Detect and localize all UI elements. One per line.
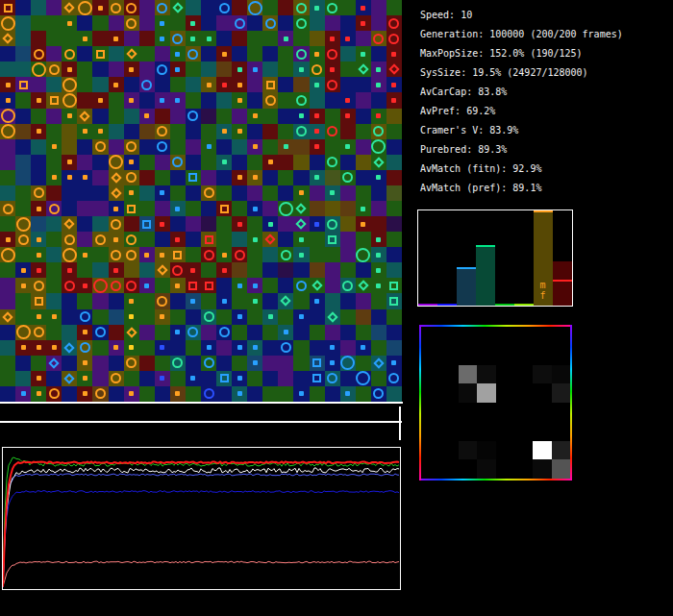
grid-cell <box>0 309 15 325</box>
creature-symbol <box>207 345 212 350</box>
grid-cell <box>92 356 108 371</box>
creature-symbol <box>160 376 164 381</box>
grid-cell <box>124 386 139 402</box>
grid-cell <box>386 109 402 124</box>
heatmap-cell <box>496 459 514 479</box>
heatmap-cell <box>514 422 533 441</box>
grid-cell <box>139 0 155 15</box>
grid-cell <box>201 185 216 201</box>
grid-cell <box>109 325 124 340</box>
creature-symbol <box>281 250 291 260</box>
creature-symbol <box>237 175 242 180</box>
creature-symbol <box>361 222 365 227</box>
grid-cell <box>216 278 232 293</box>
grid-cell <box>31 92 46 108</box>
creature-symbol <box>49 64 60 75</box>
creature-symbol <box>253 207 258 211</box>
timeline-handle[interactable] <box>399 407 401 440</box>
timeline-track[interactable] <box>0 421 402 423</box>
grid-cell <box>201 170 216 185</box>
grid-cell <box>62 356 77 371</box>
grid-cell <box>139 185 155 201</box>
grid-cell <box>201 216 216 232</box>
heatmap-cell <box>459 365 477 384</box>
grid-cell <box>0 278 15 293</box>
creature-symbol <box>187 327 198 337</box>
creature-symbol <box>253 67 258 72</box>
creature-symbol <box>175 391 180 396</box>
creature-symbol <box>49 357 60 368</box>
grid-cell <box>31 247 46 262</box>
creature-symbol <box>160 222 164 227</box>
grid-cell <box>170 371 186 386</box>
grid-cell <box>92 340 108 356</box>
grid-cell <box>46 124 62 139</box>
heatmap-cell <box>496 346 514 365</box>
grid-cell <box>0 77 15 92</box>
grid-cell <box>356 46 371 62</box>
creature-symbol <box>327 3 337 13</box>
grid-cell <box>31 325 46 340</box>
grid-cell <box>15 201 31 216</box>
creature-symbol <box>235 18 245 29</box>
grid-cell <box>356 31 371 46</box>
creature-symbol <box>356 248 370 262</box>
grid-cell <box>386 371 402 386</box>
creature-symbol <box>373 357 384 368</box>
creature-symbol <box>34 281 44 291</box>
creature-symbol <box>111 281 121 291</box>
grid-cell <box>186 77 201 92</box>
heatmap-cell <box>552 346 570 365</box>
grid-cell <box>325 232 340 247</box>
grid-cell <box>77 386 92 402</box>
grid-cell <box>232 77 247 92</box>
grid-cell <box>92 0 108 15</box>
creature-symbol <box>67 160 72 164</box>
grid-cell <box>293 232 309 247</box>
grid-cell <box>278 201 293 216</box>
creature-symbol <box>345 144 350 149</box>
creature-symbol <box>237 67 242 72</box>
grid-cell <box>77 325 92 340</box>
grid-cell <box>310 185 325 201</box>
grid-cell <box>356 232 371 247</box>
grid-cell <box>201 139 216 155</box>
creature-symbol <box>345 98 350 103</box>
grid-cell <box>109 31 124 46</box>
grid-cell <box>15 92 31 108</box>
grid-cell <box>216 77 232 92</box>
grid-cell <box>46 0 62 15</box>
grid-cell <box>216 386 232 402</box>
grid-cell <box>186 325 201 340</box>
creature-symbol <box>253 237 258 242</box>
grid-cell <box>201 278 216 293</box>
grid-cell <box>155 170 170 185</box>
grid-cell <box>170 309 186 325</box>
grid-cell <box>247 15 262 31</box>
grid-cell <box>155 278 170 293</box>
creature-symbol <box>21 345 26 350</box>
grid-cell <box>46 278 62 293</box>
grid-cell <box>170 386 186 402</box>
creature-symbol <box>190 21 195 26</box>
grid-cell <box>325 31 340 46</box>
grid-cell <box>92 386 108 402</box>
grid-cell <box>371 262 386 278</box>
heatmap-cell <box>533 365 551 384</box>
grid-cell <box>92 278 108 293</box>
creature-symbol <box>6 98 11 103</box>
grid-cell <box>77 201 92 216</box>
world-grid[interactable] <box>0 0 402 402</box>
creature-symbol <box>175 52 180 57</box>
creature-symbol <box>312 358 321 367</box>
grid-cell <box>15 0 31 15</box>
grid-cell <box>201 386 216 402</box>
grid-cell <box>124 15 139 31</box>
grid-cell <box>216 356 232 371</box>
grid-cell <box>124 185 139 201</box>
grid-cell <box>0 62 15 77</box>
heatmap-cell <box>496 422 514 441</box>
creature-symbol <box>373 157 384 167</box>
grid-cell <box>293 340 309 356</box>
grid-cell <box>62 216 77 232</box>
